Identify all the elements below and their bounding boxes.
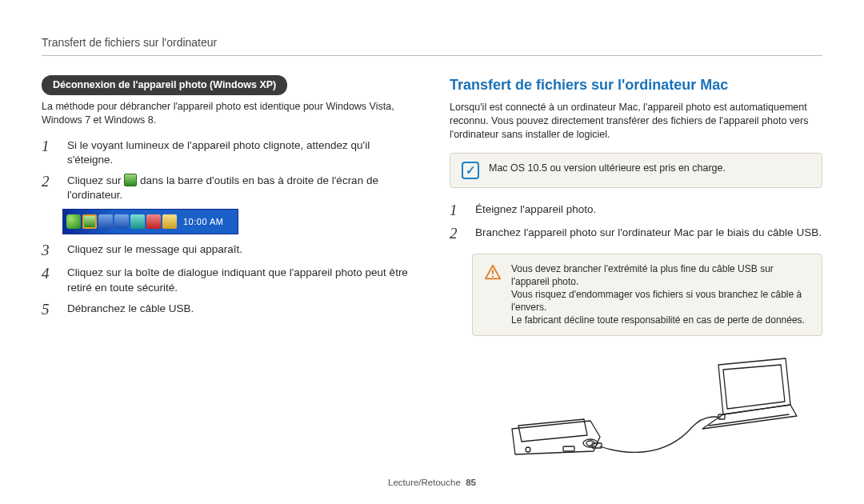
step-3: Cliquez sur le message qui apparaît. <box>42 242 414 259</box>
step-text: Cliquez sur dans la barre d'outils en ba… <box>67 174 414 202</box>
camera-to-laptop-illustration <box>458 350 822 462</box>
tray-icon <box>98 214 113 229</box>
tray-icon <box>146 214 161 229</box>
step-1: Si le voyant lumineux de l'appareil phot… <box>42 138 414 167</box>
footer-section: Lecture/Retouche <box>388 478 461 487</box>
info-callout: ✓ Mac OS 10.5 ou version ultérieure est … <box>450 153 822 188</box>
step2-pre: Cliquez sur <box>67 174 122 186</box>
warn-line: Vous devez brancher l'extrémité la plus … <box>511 262 810 288</box>
info-text: Mac OS 10.5 ou version ultérieure est pr… <box>489 162 726 175</box>
safely-remove-hardware-icon <box>124 174 137 186</box>
tray-icon <box>114 214 129 229</box>
column-right: Transfert de fichiers sur l'ordinateur M… <box>450 75 822 462</box>
tray-icon <box>130 214 145 229</box>
mac-transfer-title: Transfert de fichiers sur l'ordinateur M… <box>450 75 822 94</box>
tray-clock: 10:00 AM <box>183 216 223 228</box>
step-text: Cliquez sur la boîte de dialogue indiqua… <box>67 266 414 294</box>
warning-callout: Vous devez brancher l'extrémité la plus … <box>472 254 822 336</box>
svg-rect-4 <box>563 446 574 451</box>
page-footer: Lecture/Retouche 85 <box>0 477 864 490</box>
warning-icon <box>484 264 502 282</box>
page-header: Transfert de fichiers sur l'ordinateur <box>42 35 822 56</box>
step-text: Si le voyant lumineux de l'appareil phot… <box>67 138 414 167</box>
mac-step-1: Éteignez l'appareil photo. <box>450 202 822 219</box>
warning-lines: Vous devez brancher l'extrémité la plus … <box>511 262 810 327</box>
disconnect-intro: La méthode pour débrancher l'appareil ph… <box>42 100 414 127</box>
svg-point-5 <box>526 447 530 452</box>
safely-remove-hardware-tray-icon <box>82 214 97 229</box>
content-columns: Déconnexion de l'appareil photo (Windows… <box>42 75 822 462</box>
step-4: Cliquez sur la boîte de dialogue indiqua… <box>42 266 414 294</box>
step-text: Branchez l'appareil photo sur l'ordinate… <box>475 226 822 240</box>
taskbar-systray-image: 10:00 AM <box>62 209 238 234</box>
tray-icon <box>162 214 177 229</box>
warn-line: Le fabricant décline toute responsabilit… <box>511 314 810 326</box>
svg-point-1 <box>492 275 494 277</box>
step-text: Cliquez sur le message qui apparaît. <box>67 242 414 257</box>
column-left: Déconnexion de l'appareil photo (Windows… <box>42 75 414 462</box>
mac-steps: Éteignez l'appareil photo. Branchez l'ap… <box>450 202 822 242</box>
warn-line: Vous risquez d'endommager vos fichiers s… <box>511 288 810 314</box>
mac-step-2: Branchez l'appareil photo sur l'ordinate… <box>450 226 822 242</box>
step-text: Débranchez le câble USB. <box>67 302 414 316</box>
info-icon: ✓ <box>462 162 479 179</box>
step-text: Éteignez l'appareil photo. <box>475 202 822 217</box>
start-button-icon <box>66 214 81 229</box>
mac-transfer-intro: Lorsqu'il est connecté à un ordinateur M… <box>450 101 822 142</box>
disconnect-steps: Si le voyant lumineux de l'appareil phot… <box>42 138 414 203</box>
step-2: Cliquez sur dans la barre d'outils en ba… <box>42 174 414 202</box>
disconnect-heading-pill: Déconnexion de l'appareil photo (Windows… <box>42 75 287 95</box>
page-number: 85 <box>466 478 476 487</box>
disconnect-steps-cont: Cliquez sur le message qui apparaît. Cli… <box>42 242 414 318</box>
step-5: Débranchez le câble USB. <box>42 302 414 318</box>
